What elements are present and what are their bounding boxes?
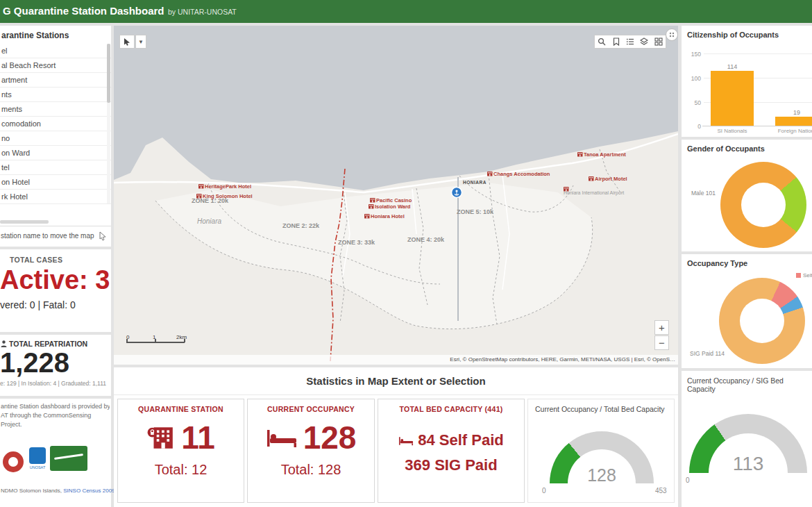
station-list-item[interactable]: on Hotel xyxy=(0,175,111,190)
total-cases-panel: TOTAL CASES Active: 3 vered: 0 | Fatal: … xyxy=(0,249,111,332)
donut-hole xyxy=(740,299,784,343)
zone-label: ZONE 5: 10k xyxy=(457,208,494,215)
bookmark-icon[interactable] xyxy=(612,38,620,46)
svg-text:King Solomon Hotel: King Solomon Hotel xyxy=(203,193,253,199)
scalebar-tick xyxy=(126,339,128,342)
gauge-min-label: 0 xyxy=(686,476,690,484)
svg-text:Isolation Ward: Isolation Ward xyxy=(375,203,411,210)
y-tick: 150 xyxy=(684,51,701,58)
gauge-value: 128 xyxy=(550,465,654,485)
scalebar-tick xyxy=(184,339,185,342)
unosat-logo-text: UNOSAT xyxy=(28,465,47,469)
map-select-tool-button[interactable] xyxy=(119,35,135,49)
person-icon xyxy=(1,340,7,347)
station-list-item[interactable]: comodation xyxy=(0,117,111,131)
zone-label: ZONE 2: 22k xyxy=(282,222,320,229)
bar[interactable] xyxy=(711,71,754,126)
total-cases-title: TOTAL CASES xyxy=(0,249,111,264)
census-link[interactable]: SINSO Census 2009 xyxy=(63,488,115,494)
city-marker-honiara[interactable] xyxy=(452,188,462,198)
station-list-item[interactable]: tel xyxy=(0,160,111,175)
list-vertical-scrollbar[interactable] xyxy=(107,44,110,203)
y-tick: 100 xyxy=(684,75,701,82)
sig-capacity-gauge-panel: Current Occupancy / SIG Bed Capacity 113… xyxy=(682,371,812,507)
list-footer: station name to move the map xyxy=(0,226,111,247)
overview-grid-icon[interactable] xyxy=(654,38,663,46)
chart-title: Citizenship of Occupants xyxy=(682,26,812,39)
bar-foreign-nationals[interactable]: 19 xyxy=(775,53,812,126)
bar[interactable] xyxy=(775,117,812,126)
svg-text:Pacific Casino: Pacific Casino xyxy=(376,197,412,203)
bar-si-nationals[interactable]: 114 xyxy=(711,53,754,126)
list-horizontal-scrollbar[interactable] xyxy=(0,220,104,224)
station-list-item[interactable]: al Beach Resort xyxy=(0,58,111,73)
map-canvas[interactable]: ZONE 1: 20k Honiara ZONE 2: 22k ZONE 3: … xyxy=(114,26,678,365)
station-marker[interactable]: King Solomon Hotel xyxy=(196,193,253,199)
data-source-text: NDMO Solomon Islands, xyxy=(1,488,63,494)
bed-icon xyxy=(266,427,298,448)
zoom-out-button[interactable]: − xyxy=(654,335,669,350)
map-tool-dropdown-button[interactable]: ▼ xyxy=(135,35,146,49)
chevron-down-icon: ▼ xyxy=(138,39,144,45)
legend-swatch xyxy=(796,273,801,278)
credit-line-2: AT through the CommonSensing Project. xyxy=(1,411,110,429)
unosat-logo-mark xyxy=(29,447,46,464)
legend-list-icon[interactable] xyxy=(626,38,634,46)
gauge-min-label: 0 xyxy=(542,487,546,494)
station-list-item[interactable]: el xyxy=(0,44,111,58)
station-count: 11 xyxy=(181,422,215,454)
chart-legend: Self xyxy=(796,272,812,279)
move-map-cursor-icon xyxy=(98,231,108,241)
scrollbar-thumb[interactable] xyxy=(107,44,110,103)
bed-capacity-card: TOTAL BED CAPACITY (441) 84 Self Paid 36… xyxy=(378,399,525,503)
basemap-icon[interactable] xyxy=(640,38,648,46)
repatriation-breakdown: e: 129 | In Isolation: 4 | Graduated: 1,… xyxy=(0,380,111,387)
self-paid-value: 84 Self Paid xyxy=(418,431,504,449)
station-list-item[interactable]: no xyxy=(0,131,111,146)
citizenship-chart-panel: Citizenship of Occupants 150 100 50 0 11… xyxy=(682,26,812,137)
card-title: QUARANTINE STATION xyxy=(118,399,244,413)
map-scalebar: 0 1 2km xyxy=(126,334,187,347)
station-marker[interactable]: Pacific Casino xyxy=(370,197,412,203)
station-list-item[interactable]: artment xyxy=(0,73,111,88)
station-marker[interactable]: Airport Motel xyxy=(589,176,627,182)
station-marker[interactable]: Changs Accomodation xyxy=(487,171,550,177)
gauge-max-label: 453 xyxy=(655,487,667,494)
station-marker[interactable]: HeritagePark Hotel xyxy=(198,183,251,190)
station-total: Total: 12 xyxy=(118,462,244,478)
search-icon[interactable] xyxy=(598,38,606,46)
statistics-section: Statistics in Map Extent or Selection QU… xyxy=(114,367,678,507)
station-marker[interactable]: Honiara Hotel xyxy=(364,213,405,219)
stations-list-panel: arantine Stations el al Beach Resort art… xyxy=(0,26,111,247)
total-capacity-gauge-card: Current Occupancy / Total Bed Capacity 1… xyxy=(527,399,675,503)
x-axis xyxy=(702,126,812,126)
svg-text:Changs Accomodation: Changs Accomodation xyxy=(493,171,550,177)
category-label: Foreign Nationals xyxy=(775,128,812,134)
zoom-in-button[interactable]: + xyxy=(654,320,669,335)
scalebar-label: 2km xyxy=(176,334,187,340)
station-marker[interactable]: Tanoa Apartment xyxy=(577,151,626,158)
airport-label: Honiara International Airport xyxy=(564,190,624,196)
donut-hole xyxy=(741,183,786,227)
app-subtitle: by UNITAR-UNOSAT xyxy=(168,8,237,16)
gender-chart-panel: Gender of Occupants Male 101 xyxy=(682,140,812,251)
bar-plot-area: 114 19 xyxy=(704,53,812,126)
donut-annotation: SIG Paid 114 xyxy=(690,350,725,357)
bed-small-icon xyxy=(398,435,414,446)
station-list-item[interactable]: rk Hotel xyxy=(0,190,111,204)
map-panel[interactable]: ZONE 1: 20k Honiara ZONE 2: 22k ZONE 3: … xyxy=(114,26,678,365)
station-marker[interactable]: Isolation Ward xyxy=(369,203,411,210)
bar-data-label: 114 xyxy=(727,63,737,70)
svg-text:Honiara Hotel: Honiara Hotel xyxy=(371,213,405,219)
svg-text:Airport Motel: Airport Motel xyxy=(595,176,627,182)
unosat-logo: UNOSAT xyxy=(28,447,47,475)
scalebar-tick xyxy=(155,339,156,342)
map-toolbar xyxy=(594,35,666,49)
y-tick: 0 xyxy=(684,123,701,130)
station-list-item[interactable]: ments xyxy=(0,102,111,117)
map-widget-menu-button[interactable] xyxy=(666,28,678,41)
station-list-item[interactable]: nts xyxy=(0,88,111,102)
move-map-hint: station name to move the map xyxy=(1,232,94,240)
scrollbar-thumb[interactable] xyxy=(0,220,49,224)
station-list-item[interactable]: on Ward xyxy=(0,146,111,160)
